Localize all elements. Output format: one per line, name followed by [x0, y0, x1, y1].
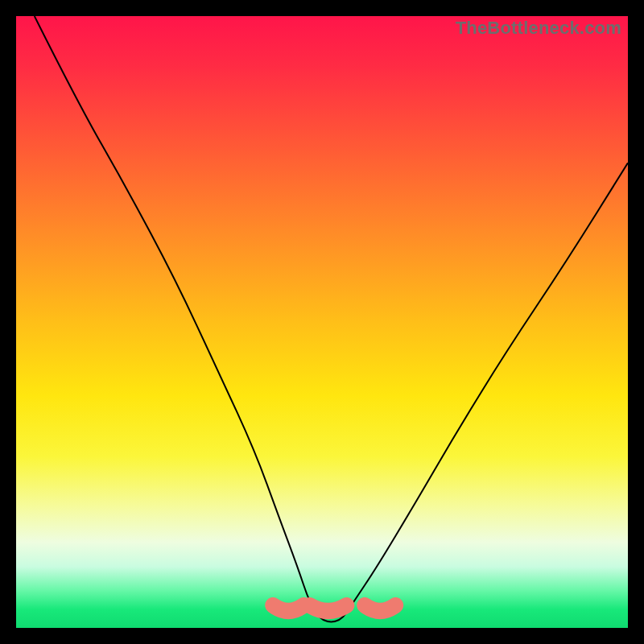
- chart-plot-area: TheBottleneck.com: [16, 16, 628, 628]
- chart-curve-svg: [16, 16, 628, 628]
- highlight-markers: [273, 605, 395, 611]
- bottleneck-curve: [35, 16, 628, 621]
- chart-frame: TheBottleneck.com: [0, 0, 644, 644]
